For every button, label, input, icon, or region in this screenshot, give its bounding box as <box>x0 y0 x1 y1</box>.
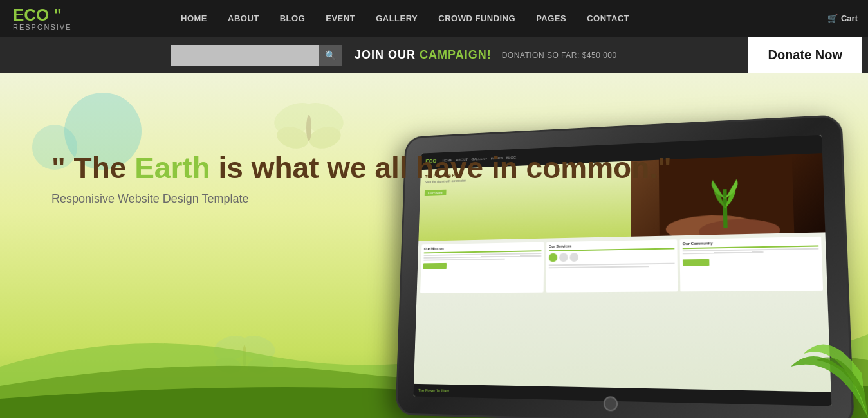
tablet-line-3 <box>423 259 505 261</box>
tablet-card-community: Our Community <box>680 237 823 292</box>
quote-open: " <box>51 151 66 185</box>
tablet-card-services: Our Services <box>546 239 678 292</box>
campaign-text: JOIN OUR CAMPAIGN! DONATION SO FAR: $450… <box>355 48 735 62</box>
tablet-mission-btn <box>423 263 447 269</box>
donate-now-button[interactable]: Donate Now <box>748 37 862 73</box>
tablet-community-title: Our Community <box>683 239 818 246</box>
cart-button[interactable]: 🛒 Cart <box>817 0 868 37</box>
campaign-word: CAMPAIGN! <box>420 48 492 62</box>
main-header: ECO " RESPONSIVE HOME ABOUT BLOG EVENT G… <box>0 0 868 37</box>
tablet-home-button <box>604 396 618 411</box>
nav-home[interactable]: HOME <box>171 0 217 37</box>
tablet-service-icon-3 <box>569 253 578 262</box>
cart-icon: 🛒 <box>827 14 838 23</box>
nav-gallery[interactable]: GALLERY <box>365 0 428 37</box>
hero-section: " The Earth is what we all have in commo… <box>0 73 868 418</box>
search-button[interactable]: 🔍 <box>319 45 342 66</box>
nav-about[interactable]: ABOUT <box>217 0 270 37</box>
svg-point-4 <box>306 115 311 141</box>
search-input[interactable] <box>171 45 319 66</box>
main-nav: HOME ABOUT BLOG EVENT GALLERY CROWD FUND… <box>171 0 868 37</box>
hero-headline: " The Earth is what we all have in commo… <box>51 150 672 206</box>
nav-event[interactable]: EVENT <box>315 0 365 37</box>
tablet-service-icons <box>548 251 674 262</box>
tablet-line-2 <box>423 255 541 259</box>
tablet-services-line-2 <box>548 266 649 268</box>
tablet-service-icon-2 <box>559 253 568 262</box>
logo-responsive: RESPONSIVE <box>13 23 171 31</box>
nav-contact[interactable]: CONTACT <box>577 0 640 37</box>
earth-text: Earth <box>134 151 210 185</box>
tablet-card-mission: Our Mission <box>420 242 544 293</box>
the-text: The <box>74 151 135 185</box>
logo-box: ECO " RESPONSIVE <box>0 0 171 37</box>
tablet-services-title: Our Services <box>549 242 675 248</box>
bottom-right-leaves <box>739 289 868 418</box>
join-our-text: JOIN OUR <box>355 48 416 62</box>
nav-crowd-funding[interactable]: CROWD FUNDING <box>428 0 526 37</box>
logo-eco[interactable]: ECO " <box>13 6 171 23</box>
donation-amount: DONATION SO FAR: $450 000 <box>502 51 617 60</box>
tablet-bottom-text: The Power To Plant <box>418 388 449 393</box>
headline-main: " The Earth is what we all have in commo… <box>51 150 672 186</box>
nav-pages[interactable]: PAGES <box>526 0 577 37</box>
cart-label: Cart <box>841 14 858 23</box>
sub-bar: 🔍 JOIN OUR CAMPAIGN! DONATION SO FAR: $4… <box>0 37 868 73</box>
tablet-community-line-2 <box>683 251 763 254</box>
tablet-services-line-1 <box>548 263 675 266</box>
tablet-mission-title: Our Mission <box>424 244 542 250</box>
headline-sub: Responisive Website Design Template <box>51 192 672 206</box>
tablet-service-icon-1 <box>548 253 557 262</box>
search-wrapper: 🔍 <box>171 45 342 66</box>
nav-blog[interactable]: BLOG <box>270 0 316 37</box>
svg-rect-13 <box>723 189 727 228</box>
tablet-community-btn <box>683 259 710 266</box>
rest-text: is what we all have in common." <box>219 151 672 185</box>
